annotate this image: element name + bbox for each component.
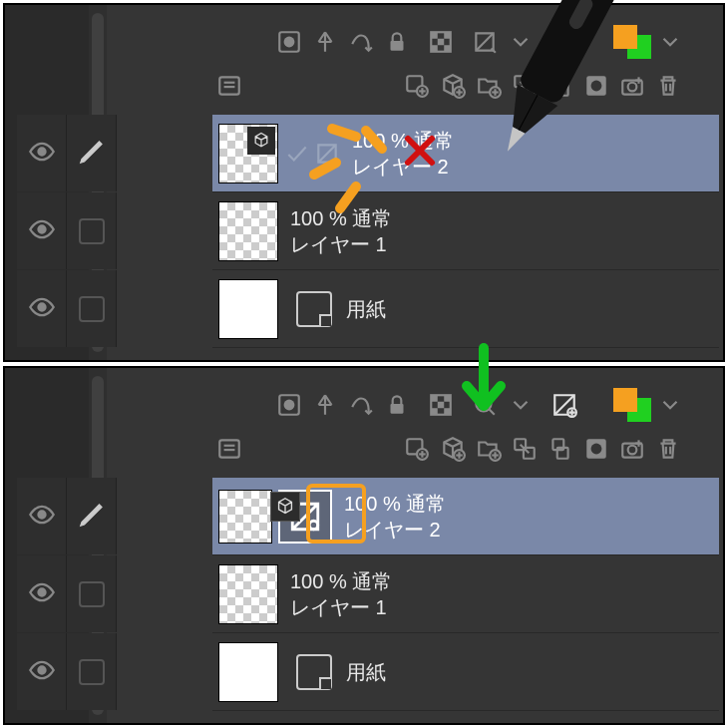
paper-type-icon [296,654,332,690]
icon-merge[interactable] [544,432,577,466]
icon-trash[interactable] [651,69,685,103]
icon-camera[interactable] [615,432,649,466]
svg-line-9 [492,49,496,53]
svg-point-31 [628,83,637,92]
layer-opacity: 100 % 通常 [290,205,392,231]
lock-indicator[interactable] [79,218,105,244]
icon-new-layer[interactable] [400,69,434,103]
layer-label: 100 % 通常 レイヤー 2 [352,128,454,180]
ruler-small-icon [314,141,340,167]
icon-mask-apply[interactable] [579,432,613,466]
svg-point-91 [38,666,45,673]
svg-point-89 [309,521,318,530]
layer-name: レイヤー 1 [290,231,392,257]
svg-rect-4 [431,32,438,39]
svg-point-83 [628,446,637,455]
layers-list: 100 % 通常 レイヤー 2 100 % 通常 レイヤー 1 用紙 [212,115,719,348]
icon-new-folder[interactable] [472,432,506,466]
icon-trash[interactable] [651,432,685,466]
chevron-down-icon[interactable] [504,388,538,422]
svg-rect-8 [444,45,451,52]
svg-point-51 [284,400,295,411]
svg-rect-52 [391,404,404,414]
layer-row-2[interactable]: 100 % 通常 レイヤー 2 [212,115,719,192]
layer-row-2[interactable]: 100 % 通常 レイヤー 2 [212,478,719,555]
lock-indicator[interactable] [79,659,105,685]
layer-thumbnail[interactable] [218,642,278,702]
icon-mask-apply[interactable] [579,69,613,103]
svg-rect-54 [431,395,438,402]
svg-rect-6 [438,39,445,46]
layer-row-paper[interactable]: 用紙 [212,270,719,348]
visibility-icon[interactable] [28,578,56,610]
layer-toolbar-2 [212,67,685,105]
icon-reference[interactable] [547,25,581,59]
layer-thumbnail[interactable] [218,564,278,624]
icon-merge[interactable] [544,69,577,103]
svg-rect-58 [444,408,451,415]
chevron-down-icon[interactable] [653,25,687,59]
lock-indicator[interactable] [79,296,105,322]
icon-reference[interactable] [547,388,581,422]
layer-name: 用紙 [346,296,386,322]
checkmark-icon [284,141,310,167]
layer-label: 100 % 通常 レイヤー 1 [290,568,392,620]
fg-color [613,25,637,49]
icon-effect[interactable] [344,388,378,422]
chevron-down-icon[interactable] [504,25,538,59]
svg-line-60 [489,409,494,414]
icon-reference-reset[interactable] [468,388,502,422]
layer-toolbar-1 [272,386,687,424]
icon-panel-menu[interactable] [212,432,246,466]
icon-lock[interactable] [380,388,414,422]
layer-toolbar-2 [212,430,685,468]
layer-panel-before: 100 % 通常 レイヤー 2 100 % 通常 レイヤー 1 用紙 [3,3,725,362]
icon-transfer-down[interactable] [508,432,542,466]
icon-reference-toggle[interactable] [468,25,502,59]
layer-row-1[interactable]: 100 % 通常 レイヤー 1 [212,192,719,270]
layer-opacity: 100 % 通常 [290,568,392,594]
layer-thumbnail[interactable] [218,124,278,183]
icon-camera[interactable] [615,69,649,103]
visibility-icon[interactable] [28,656,56,688]
layer-thumbnail[interactable] [218,279,278,339]
layer-thumbnail[interactable] [218,201,278,261]
icon-layer-mask[interactable] [272,25,306,59]
visibility-icon[interactable] [28,501,56,533]
color-swatch[interactable] [613,388,651,422]
layer-row-paper[interactable]: 用紙 [212,633,719,711]
icon-ruler[interactable] [308,25,342,59]
icon-panel-menu[interactable] [212,69,246,103]
icon-new-folder[interactable] [472,69,506,103]
lock-indicator[interactable] [79,581,105,607]
svg-point-36 [38,148,45,155]
svg-rect-7 [431,45,438,52]
svg-point-38 [38,303,45,310]
icon-checker[interactable] [424,388,458,422]
layer-thumbnail[interactable] [218,490,272,544]
svg-point-1 [284,37,295,48]
icon-ruler[interactable] [308,388,342,422]
chevron-down-icon[interactable] [653,388,687,422]
svg-point-37 [38,225,45,232]
icon-new-3d[interactable] [436,432,470,466]
visibility-icon[interactable] [28,293,56,325]
color-swatch[interactable] [613,25,651,59]
visibility-icon[interactable] [28,138,56,170]
icon-new-layer[interactable] [400,432,434,466]
layer-opacity: 100 % 通常 [344,491,446,517]
svg-rect-5 [444,32,451,39]
layer-row-1[interactable]: 100 % 通常 レイヤー 1 [212,555,719,633]
paper-type-icon [296,291,332,327]
icon-effect[interactable] [344,25,378,59]
icon-lock[interactable] [380,25,414,59]
icon-new-3d[interactable] [436,69,470,103]
icon-checker[interactable] [424,25,458,59]
icon-transfer-down[interactable] [508,69,542,103]
layer-opacity: 100 % 通常 [352,128,454,154]
layer-label: 100 % 通常 レイヤー 1 [290,205,392,257]
visibility-icon[interactable] [28,215,56,247]
svg-rect-2 [391,41,404,51]
svg-rect-55 [444,395,451,402]
icon-layer-mask[interactable] [272,388,306,422]
